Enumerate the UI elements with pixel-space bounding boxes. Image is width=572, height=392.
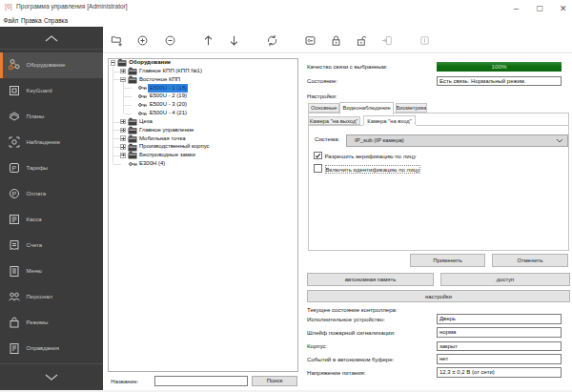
- svg-text:P: P: [12, 191, 17, 197]
- svg-text:P: P: [12, 165, 17, 172]
